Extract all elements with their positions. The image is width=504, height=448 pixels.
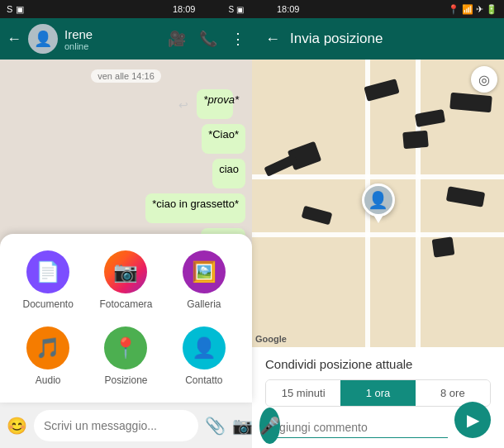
building (432, 236, 455, 257)
contatto-icon: 👤 (183, 326, 226, 369)
date-divider: ven alle 14:16 (91, 69, 161, 83)
building (449, 93, 492, 112)
comment-send-row: ▶ (265, 415, 491, 438)
comment-field (265, 421, 448, 438)
contact-name: Irene (64, 27, 161, 41)
airplane-icon: ✈ (476, 4, 483, 15)
marker-avatar: 👤 (362, 183, 395, 217)
input-bar: 😊 📎 📷 🎤 (0, 403, 252, 448)
message-bubble: *prova* (197, 89, 233, 119)
google-logo: Google (255, 334, 287, 344)
status-bar-left: S ▣ (7, 4, 24, 15)
action-label-contatto: Contatto (185, 374, 222, 386)
chat-info: Irene online (64, 27, 161, 51)
compass-button[interactable]: ◎ (471, 66, 497, 93)
signal-icon: S (7, 4, 12, 14)
action-galleria[interactable]: 🖼️ Galleria (169, 250, 239, 310)
msg-text: ciao (219, 163, 239, 175)
wifi-icon: 📶 (462, 4, 473, 15)
message-bubble: ciao (212, 159, 245, 188)
audio-icon: 🎵 (26, 326, 69, 369)
road (416, 60, 421, 347)
location-bottom: Condividi posizione attuale 15 minuti 1 … (252, 347, 504, 448)
fotocamera-icon: 📷 (104, 250, 147, 293)
chat-actions: 🎥 📞 ⋮ (168, 30, 245, 48)
contact-status: online (64, 41, 161, 51)
location-back-button[interactable]: ← (265, 31, 280, 48)
building (402, 131, 429, 150)
status-bar-right: 📍 📶 ✈ 🔋 (448, 4, 497, 15)
action-label-posizione: Posizione (104, 374, 147, 386)
menu-button[interactable]: ⋮ (231, 30, 245, 48)
battery-icon: 🔋 (486, 4, 497, 15)
time-options: 15 minuti 1 ora 8 ore (265, 379, 491, 407)
chat-header: ← 👤 Irene online 🎥 📞 ⋮ (0, 18, 252, 60)
compass-icon: ◎ (478, 72, 490, 88)
time-option-1h[interactable]: 1 ora (340, 380, 415, 406)
action-posizione[interactable]: 📍 Posizione (91, 326, 160, 386)
action-audio[interactable]: 🎵 Audio (13, 326, 83, 386)
message-bubble: *Ciao* (202, 124, 245, 154)
action-menu-grid: 📄 Documento 📷 Fotocamera 🖼️ Galleria 🎵 A… (13, 250, 239, 386)
message-input[interactable] (34, 410, 198, 441)
status-time-left: 18:09 (173, 4, 196, 14)
road (252, 174, 504, 179)
send-icon: ▶ (467, 410, 479, 430)
action-label-documento: Documento (22, 298, 73, 310)
action-label-audio: Audio (36, 374, 61, 386)
video-call-button[interactable]: 🎥 (168, 30, 186, 48)
location-header: ← Invia posizione (252, 18, 504, 60)
camera-button[interactable]: 📷 (232, 416, 253, 436)
action-fotocamera[interactable]: 📷 Fotocamera (91, 250, 160, 310)
msg-text: *ciao in grassetto* (152, 198, 239, 210)
documento-icon: 📄 (26, 250, 69, 293)
location-title: Invia posizione (290, 31, 383, 47)
galleria-icon: 🖼️ (183, 250, 226, 293)
emoji-button[interactable]: 😊 (7, 416, 27, 436)
location-icon: 📍 (448, 4, 459, 15)
action-label-fotocamera: Fotocamera (99, 298, 152, 310)
action-menu: 📄 Documento 📷 Fotocamera 🖼️ Galleria 🎵 A… (0, 234, 252, 403)
message-bubble: *ciao in grassetto* (145, 193, 245, 223)
map-marker: 👤 (362, 183, 395, 217)
attach-button[interactable]: 📎 (205, 416, 226, 436)
map-area[interactable]: 👤 ◎ Google (252, 60, 504, 347)
road (252, 232, 504, 237)
marker-person-icon: 👤 (368, 190, 388, 210)
msg-text: *prova* (203, 93, 239, 106)
avatar: 👤 (28, 24, 58, 54)
comment-input[interactable] (265, 421, 448, 434)
voice-call-button[interactable]: 📞 (199, 30, 217, 48)
action-label-galleria: Galleria (187, 298, 221, 310)
forward-icon: ↩ (178, 98, 188, 112)
time-option-15min[interactable]: 15 minuti (266, 380, 340, 406)
send-button[interactable]: ▶ (454, 402, 491, 438)
share-title: Condividi posizione attuale (265, 357, 491, 371)
posizione-icon: 📍 (104, 326, 147, 369)
back-button[interactable]: ← (7, 31, 21, 48)
status-bar-center: 18:09 S ▣ 18:09 (173, 4, 300, 14)
msg-text: *Ciao* (208, 128, 239, 141)
status-icons-right: S ▣ (228, 5, 243, 14)
mic-button[interactable]: 🎤 (259, 407, 280, 444)
sim-icon: ▣ (16, 4, 24, 15)
action-contatto[interactable]: 👤 Contatto (169, 326, 239, 386)
action-documento[interactable]: 📄 Documento (13, 250, 83, 310)
status-time-right: 18:09 (277, 4, 300, 14)
